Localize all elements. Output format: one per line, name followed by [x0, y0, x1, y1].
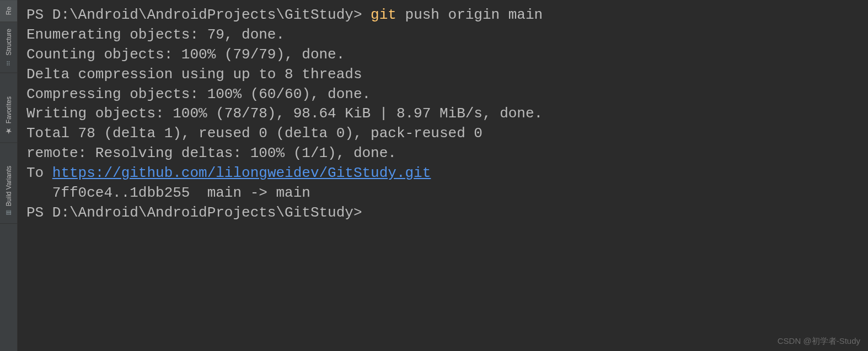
terminal-output-line: Counting objects: 100% (79/79), done.: [26, 46, 345, 63]
terminal-prompt: PS D:\Android\AndroidProjects\GitStudy>: [26, 7, 371, 23]
sidebar-tab-label: Structure: [5, 29, 13, 56]
sidebar-tab-favorites[interactable]: ★ Favorites: [0, 90, 17, 143]
sidebar-tab-label: Re: [5, 7, 13, 15]
terminal-output-to: To: [26, 165, 52, 181]
terminal-link-repo[interactable]: https://github.com/lilongweidev/GitStudy…: [52, 165, 431, 181]
terminal-command-args: push origin main: [397, 7, 543, 23]
sidebar-tab-label: Build Variants: [5, 166, 13, 206]
terminal-output-line: Writing objects: 100% (78/78), 98.64 KiB…: [26, 105, 543, 122]
sidebar-tab-label: Favorites: [5, 96, 13, 123]
build-variants-icon: ▤: [6, 210, 12, 217]
terminal-output-line: Delta compression using up to 8 threads: [26, 66, 362, 83]
star-icon: ★: [5, 127, 12, 136]
terminal-output-line: Total 78 (delta 1), reused 0 (delta 0), …: [26, 125, 483, 142]
terminal-output-line: Compressing objects: 100% (60/60), done.: [26, 86, 371, 102]
terminal-output-line: Enumerating objects: 79, done.: [26, 26, 285, 43]
terminal-command-git: git: [371, 7, 397, 23]
terminal-output-line: remote: Resolving deltas: 100% (1/1), do…: [26, 145, 397, 161]
sidebar-tab-structure[interactable]: ⠿ Structure: [0, 22, 17, 73]
terminal-output-line: 7ff0ce4..1dbb255 main -> main: [26, 185, 310, 201]
structure-icon: ⠿: [7, 59, 10, 66]
terminal-prompt: PS D:\Android\AndroidProjects\GitStudy>: [26, 204, 362, 221]
sidebar-tab-re[interactable]: Re: [0, 0, 17, 22]
sidebar-tab-build-variants[interactable]: ▤ Build Variants: [0, 159, 17, 224]
terminal-panel[interactable]: PS D:\Android\AndroidProjects\GitStudy> …: [18, 0, 868, 351]
tool-window-sidebar: Re ⠿ Structure ★ Favorites ▤ Build Varia…: [0, 0, 18, 351]
